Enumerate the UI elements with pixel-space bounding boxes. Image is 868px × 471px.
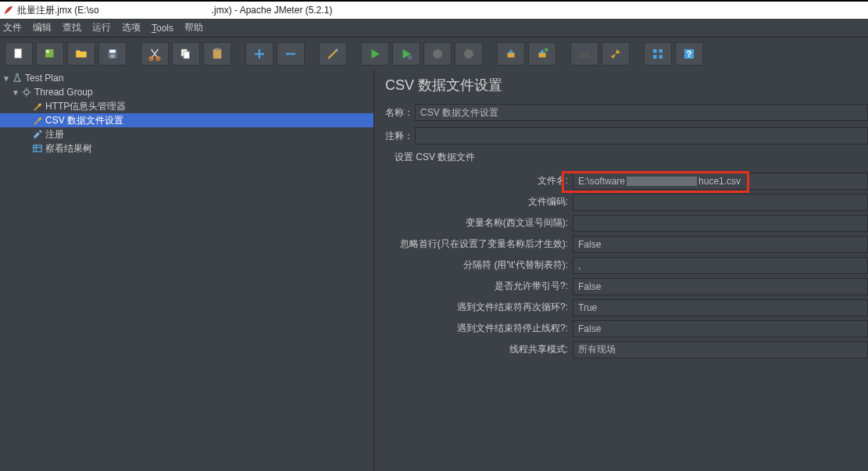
config-panel: CSV 数据文件设置 名称： 注释： 设置 CSV 数据文件 文件名:E:\so…	[374, 70, 868, 471]
grid-label: 文件编码:	[385, 195, 573, 209]
toolbar-stop-all[interactable]	[455, 42, 483, 66]
comment-label: 注释：	[385, 130, 415, 143]
grid-label: 变量名称(西文逗号间隔):	[385, 216, 573, 230]
toolbar-remove[interactable]	[277, 42, 305, 66]
menu-file[interactable]: 文件	[3, 21, 22, 34]
name-input[interactable]	[415, 104, 868, 121]
tree-item-results[interactable]: 察看结果树	[0, 141, 373, 155]
tree-root[interactable]: ▼ Test Plan	[0, 71, 373, 85]
template-icon	[43, 47, 57, 61]
grid-row: 忽略首行(只在设置了变量名称后才生效):False	[385, 234, 868, 255]
svg-point-14	[433, 49, 442, 59]
grid-label: 分隔符 (用'\t'代替制表符):	[385, 259, 573, 272]
tree-icon	[651, 47, 665, 61]
grid-value[interactable]	[573, 194, 868, 211]
toolbar-stop[interactable]	[423, 42, 452, 66]
tree-item-label: 察看结果树	[45, 142, 92, 155]
title-redacted	[101, 5, 210, 16]
dropper-icon	[31, 128, 44, 141]
grid-value[interactable]: ,	[573, 257, 868, 274]
grid-value[interactable]: False	[573, 278, 868, 295]
comment-input[interactable]	[415, 127, 868, 145]
toolbar-sweep[interactable]	[528, 42, 556, 66]
clear-icon	[504, 47, 518, 61]
grid-row: 遇到文件结束符再次循环?:True	[385, 297, 868, 318]
tree-toggle-icon[interactable]: ▼	[11, 88, 20, 97]
svg-point-20	[584, 52, 590, 58]
toolbar-cut[interactable]	[141, 42, 169, 66]
tree-item-label: 注册	[45, 128, 64, 141]
toolbar-play[interactable]	[361, 42, 389, 66]
toolbar-paste[interactable]	[203, 42, 231, 66]
toolbar-add[interactable]	[245, 42, 273, 66]
tree-thread-group-label: Thread Group	[34, 87, 93, 98]
tree-item-register[interactable]: 注册	[0, 127, 373, 141]
svg-rect-17	[539, 52, 546, 57]
svg-rect-5	[110, 54, 115, 58]
toolbar-templates[interactable]	[36, 42, 64, 66]
toolbar-tree-toggle[interactable]	[644, 42, 672, 66]
grid-label: 遇到文件结束符停止线程?:	[385, 322, 573, 335]
tree-item-http-header[interactable]: HTTP信息头管理器	[0, 99, 373, 113]
broom-icon	[609, 47, 623, 61]
toolbar-clear[interactable]	[497, 42, 525, 66]
toolbar-wand[interactable]	[319, 42, 347, 66]
svg-rect-28	[34, 145, 42, 152]
jmeter-app-icon	[3, 5, 14, 16]
cut-icon	[148, 47, 162, 61]
toolbar-open[interactable]	[67, 42, 95, 66]
tree-panel: ▼ Test Plan ▼ Thread Group HTTP信息头管理器 CS…	[0, 70, 374, 471]
menu-tools[interactable]: Tools	[152, 23, 173, 34]
toolbar-copy[interactable]	[172, 42, 200, 66]
menu-edit[interactable]: 编辑	[33, 21, 52, 34]
toolbar-new[interactable]	[5, 42, 33, 66]
stop-all-icon	[462, 47, 476, 61]
grid-value[interactable]: False	[573, 236, 868, 253]
grid-label: 线程共享模式:	[385, 343, 573, 356]
svg-rect-9	[184, 52, 190, 59]
grid-row: 分隔符 (用'\t'代替制表符):,	[385, 255, 868, 276]
grid-label: 遇到文件结束符再次循环?:	[385, 301, 573, 314]
stop-icon	[430, 47, 445, 61]
sweep-icon	[535, 47, 549, 61]
grid-value[interactable]: True	[573, 299, 868, 316]
grid-value[interactable]	[573, 215, 868, 232]
grid-label: 文件名:	[385, 174, 573, 187]
tree-thread-group[interactable]: ▼ Thread Group	[0, 85, 373, 99]
grid-row: 文件名:E:\softwarehuce1.csv	[385, 170, 868, 191]
flask-icon	[11, 72, 23, 84]
svg-rect-2	[47, 50, 49, 52]
toolbar-find[interactable]	[570, 42, 598, 66]
grid-value[interactable]: False	[573, 320, 868, 337]
group-title: 设置 CSV 数据文件	[395, 151, 868, 164]
gear-icon	[20, 86, 33, 98]
row-name: 名称：	[385, 104, 868, 121]
menu-options[interactable]: 选项	[122, 21, 141, 34]
wrench-icon	[31, 100, 44, 112]
grid-label: 是否允许带引号?:	[385, 280, 573, 293]
svg-rect-4	[109, 49, 116, 52]
svg-rect-0	[15, 48, 22, 58]
play-current-icon	[399, 47, 413, 61]
toolbar-save[interactable]	[98, 42, 127, 66]
grid-value[interactable]: 所有现场	[573, 341, 868, 359]
svg-point-13	[408, 55, 413, 59]
toolbar-help[interactable]: ?	[675, 42, 703, 66]
menu-help[interactable]: 帮助	[184, 21, 203, 34]
toolbar-broom[interactable]	[602, 42, 630, 66]
binoculars-icon	[577, 47, 591, 61]
toolbar-play-current[interactable]	[392, 42, 420, 66]
name-label: 名称：	[385, 106, 415, 120]
svg-rect-21	[653, 49, 657, 53]
svg-text:?: ?	[687, 48, 691, 58]
tree-toggle-icon[interactable]: ▼	[2, 74, 11, 83]
tree-item-csv[interactable]: CSV 数据文件设置	[0, 113, 373, 127]
menu-search[interactable]: 查找	[63, 21, 81, 34]
svg-rect-11	[215, 48, 220, 50]
paste-icon	[210, 47, 224, 61]
tree-item-label: CSV 数据文件设置	[45, 114, 123, 127]
grid-row: 变量名称(西文逗号间隔):	[385, 212, 868, 234]
menu-run[interactable]: 运行	[92, 21, 111, 34]
grid-value[interactable]: E:\softwarehuce1.csv	[573, 173, 868, 190]
svg-rect-10	[213, 49, 222, 59]
